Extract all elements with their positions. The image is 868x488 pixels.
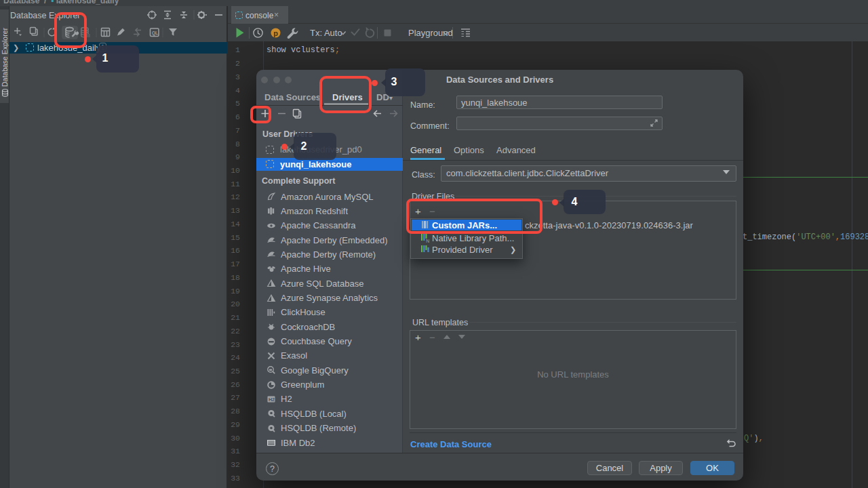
svg-text:H2: H2 xyxy=(269,397,275,402)
svg-text:p: p xyxy=(273,29,278,37)
svg-text:QL: QL xyxy=(152,30,158,36)
svg-text:N: N xyxy=(426,239,429,243)
svg-text:Tx: Auto: Tx: Auto xyxy=(310,28,342,38)
svg-text:Playground: Playground xyxy=(408,28,453,38)
